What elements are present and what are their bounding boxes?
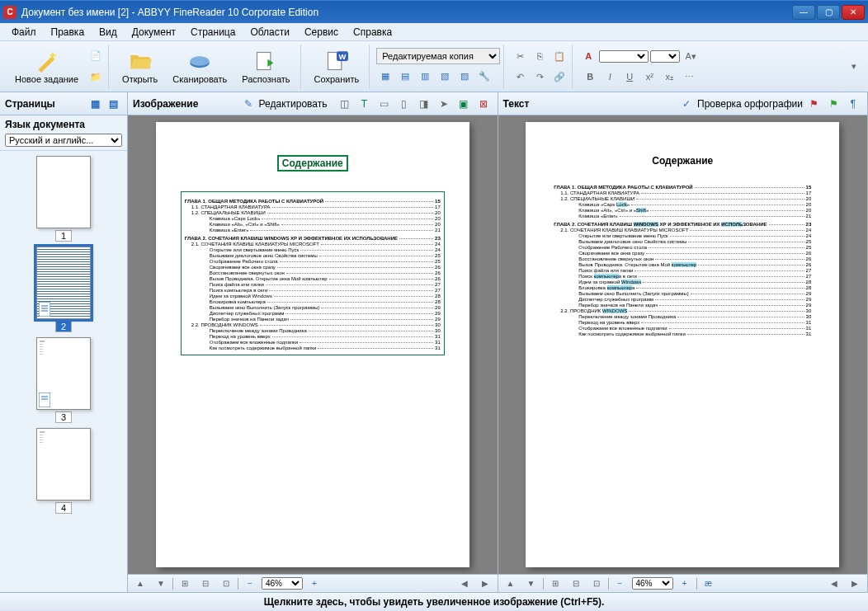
save-button[interactable]: W Сохранить — [308, 48, 366, 86]
svg-rect-10 — [39, 392, 50, 407]
pilcrow-icon[interactable]: ¶ — [844, 95, 862, 113]
page-icon — [39, 392, 50, 407]
minimize-button[interactable]: — — [792, 5, 815, 20]
thumb-2[interactable]: 2 — [31, 247, 96, 332]
fit-icon[interactable]: ⊞ — [176, 575, 194, 593]
nav-up-icon[interactable]: ▲ — [502, 575, 520, 593]
fitwidth-icon[interactable]: ⊟ — [567, 575, 585, 593]
edit-icon[interactable]: ✎ — [239, 95, 257, 113]
more-format-icon[interactable]: ⋯ — [680, 68, 698, 86]
lang-select[interactable]: Русский и английс... — [5, 134, 122, 147]
image-page[interactable]: Содержание ГЛАВА 1. ОБЩАЯ МЕТОДИКА РАБОТ… — [156, 122, 469, 567]
open-button[interactable]: Открыть — [116, 48, 164, 86]
tool-btn-4[interactable]: ▧ — [436, 67, 454, 85]
thumb-4[interactable]: ═══──────── 4 — [31, 428, 96, 514]
area3-icon[interactable]: ◨ — [415, 95, 433, 113]
save-word-icon: W — [325, 49, 348, 73]
fitwidth-icon[interactable]: ⊟ — [196, 575, 215, 593]
main-toolbar: Новое задание 📄 📁 Открыть Сканировать Ра… — [0, 41, 868, 92]
menu-areas[interactable]: Области — [243, 25, 296, 40]
font-icon[interactable]: A — [579, 47, 597, 65]
statusbar[interactable]: Щелкните здесь, чтобы увидеть увеличенно… — [0, 592, 868, 610]
menu-view[interactable]: Вид — [92, 25, 124, 40]
font-select[interactable] — [599, 50, 649, 63]
recognize-button[interactable]: Распознать — [235, 48, 296, 86]
zoomin-icon[interactable]: + — [676, 575, 694, 593]
scroll-left-icon[interactable]: ◀ — [455, 575, 474, 593]
close-button[interactable]: ✕ — [842, 5, 865, 20]
copy-type-select[interactable]: Редактируемая копия — [376, 48, 500, 64]
pointer-icon[interactable]: ➤ — [435, 95, 453, 113]
folder-small-icon[interactable]: 📁 — [87, 68, 105, 87]
underline-icon[interactable]: U — [620, 68, 639, 86]
scan-button[interactable]: Сканировать — [166, 48, 234, 86]
tool-btn-5[interactable]: ▨ — [455, 67, 474, 85]
scroll-left-icon[interactable]: ◀ — [825, 575, 843, 593]
sub-icon[interactable]: x₂ — [660, 68, 678, 86]
fitheight-icon[interactable]: ⊡ — [587, 575, 606, 593]
spell-label[interactable]: Проверка орфографии — [697, 98, 803, 110]
toolbar-chevron-icon[interactable]: ▾ — [845, 58, 863, 76]
zoom-select-txt[interactable]: 46% — [632, 577, 673, 590]
menu-help[interactable]: Справка — [347, 25, 399, 40]
tool-wrench-icon[interactable]: 🔧 — [475, 67, 493, 85]
bold-icon[interactable]: B — [581, 68, 599, 86]
italic-icon[interactable]: I — [601, 68, 619, 86]
scroll-right-icon[interactable]: ▶ — [476, 575, 494, 593]
pages-tool1-icon[interactable]: ▦ — [86, 95, 104, 113]
spell-icon[interactable]: ✓ — [677, 95, 696, 113]
link-icon[interactable]: 🔗 — [550, 68, 568, 86]
status-text: Щелкните здесь, чтобы увидеть увеличенно… — [264, 596, 605, 608]
nav-down-icon[interactable]: ▼ — [522, 575, 540, 593]
area2-icon[interactable]: ▯ — [395, 95, 413, 113]
tool-btn-3[interactable]: ▥ — [416, 67, 434, 85]
menu-page[interactable]: Страница — [184, 25, 242, 40]
pages-tool2-icon[interactable]: ▤ — [104, 95, 122, 113]
menu-service[interactable]: Сервис — [298, 25, 345, 40]
thumb-1[interactable]: 1 — [31, 156, 96, 242]
area4-icon[interactable]: ▣ — [455, 95, 473, 113]
copy-icon[interactable]: ⎘ — [531, 47, 549, 65]
fontcolor-icon[interactable]: A▾ — [682, 47, 700, 65]
menu-document[interactable]: Документ — [125, 25, 182, 40]
scroll-right-icon[interactable]: ▶ — [846, 575, 864, 593]
flag-green-icon[interactable]: ⚑ — [824, 95, 842, 113]
zoomout-icon[interactable]: − — [241, 575, 259, 593]
image-header: Изображение — [133, 98, 198, 110]
nav-down-icon[interactable]: ▼ — [152, 575, 170, 593]
pages-header: Страницы — [5, 98, 55, 110]
flag-red-icon[interactable]: ⚑ — [804, 95, 823, 113]
thumb-3[interactable]: ═══────────── 3 — [31, 337, 96, 423]
special-icon[interactable]: æ — [700, 575, 718, 593]
edit-label[interactable]: Редактировать — [259, 98, 328, 110]
menu-edit[interactable]: Правка — [45, 25, 92, 40]
fitheight-icon[interactable]: ⊡ — [217, 575, 235, 593]
paste-icon[interactable]: 📋 — [550, 47, 568, 65]
size-select[interactable] — [650, 50, 680, 63]
tool-btn-1[interactable]: ▦ — [376, 67, 394, 85]
super-icon[interactable]: x² — [640, 68, 658, 86]
maximize-button[interactable]: ▢ — [817, 5, 840, 20]
zoom-select-img[interactable]: 46% — [262, 577, 303, 590]
text-page[interactable]: Содержание ГЛАВА 1. ОБЩАЯ МЕТОДИКА РАБОТ… — [526, 122, 839, 567]
cut-icon[interactable]: ✂ — [511, 47, 529, 65]
crop-icon[interactable]: ◫ — [336, 95, 354, 113]
thumbnails: 1 2 ═══────────── 3 ═══──────── 4 — [0, 151, 127, 592]
pages-panel: Страницы ▦ ▤ Язык документа Русский и ан… — [0, 92, 128, 592]
text-area-icon[interactable]: T — [356, 95, 374, 113]
toc-title-txt: Содержание — [550, 155, 814, 167]
delete-area-icon[interactable]: ⊠ — [474, 95, 493, 113]
tool-btn-2[interactable]: ▤ — [396, 67, 414, 85]
zoomin-icon[interactable]: + — [305, 575, 323, 593]
nav-up-icon[interactable]: ▲ — [131, 575, 149, 593]
undo-icon[interactable]: ↶ — [511, 68, 529, 86]
fit-icon[interactable]: ⊞ — [546, 575, 564, 593]
zoomout-icon[interactable]: − — [611, 575, 630, 593]
area1-icon[interactable]: ▭ — [375, 95, 394, 113]
window-title: Документ без имени [2] - ABBYY FineReade… — [21, 7, 792, 18]
doc-small-icon[interactable]: 📄 — [87, 47, 105, 65]
new-task-button[interactable]: Новое задание — [8, 48, 85, 86]
menu-file[interactable]: Файл — [5, 25, 43, 40]
svg-text:W: W — [338, 52, 346, 60]
redo-icon[interactable]: ↷ — [531, 68, 549, 86]
